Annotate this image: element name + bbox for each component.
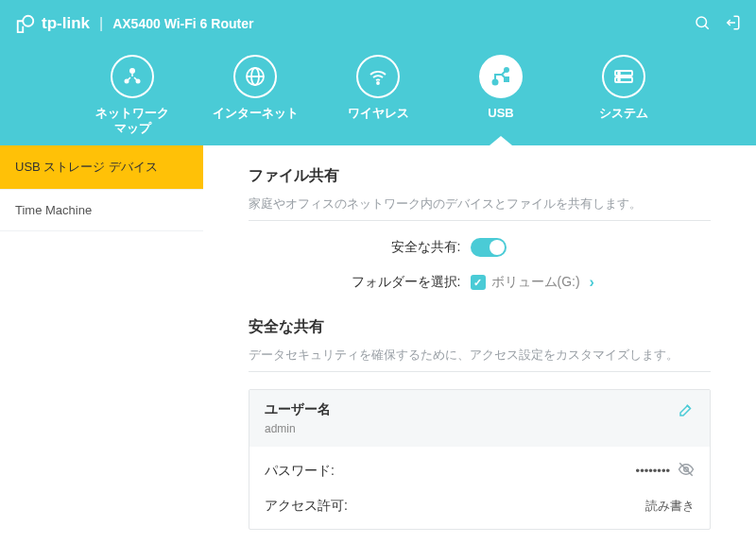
sidebar-item-time-machine[interactable]: Time Machine <box>0 190 203 231</box>
user-card: ユーザー名 admin パスワード: •••••••• <box>249 389 711 530</box>
sidebar: USB ストレージ デバイス Time Machine <box>0 145 203 543</box>
sidebar-item-usb-storage[interactable]: USB ストレージ デバイス <box>0 145 203 190</box>
svg-rect-13 <box>505 77 508 81</box>
eye-off-icon[interactable] <box>678 461 695 481</box>
system-icon <box>602 55 645 98</box>
main-panel: ファイル共有 家庭やオフィスのネットワーク内のデバイスとファイルを共有します。 … <box>203 145 756 543</box>
svg-point-0 <box>23 16 33 26</box>
folder-value: ボリューム(G:) <box>491 274 580 291</box>
permission-row: アクセス許可: 読み書き <box>265 489 695 523</box>
svg-point-11 <box>493 80 498 85</box>
nav-label: インターネット <box>213 106 299 121</box>
folder-select-label: フォルダーを選択: <box>319 274 471 291</box>
wifi-icon <box>356 55 400 98</box>
logout-icon[interactable] <box>724 14 741 34</box>
username-label: ユーザー名 <box>265 401 678 418</box>
secure-share-label: 安全な共有: <box>319 239 471 256</box>
nav-label: システム <box>599 106 648 121</box>
nav-system[interactable]: システム <box>576 55 671 145</box>
nav-label: ワイヤレス <box>348 106 409 121</box>
svg-point-12 <box>505 68 508 72</box>
nav-network-map[interactable]: ネットワークマップ <box>85 55 180 145</box>
sidebar-item-label: Time Machine <box>15 203 92 217</box>
secure-share-row: 安全な共有: <box>249 238 711 257</box>
chevron-right-icon[interactable]: › <box>590 274 594 291</box>
nav-wireless[interactable]: ワイヤレス <box>331 55 425 145</box>
folder-select-row: フォルダーを選択: ボリューム(G:) › <box>249 274 711 291</box>
svg-point-16 <box>618 73 620 75</box>
permission-label: アクセス許可: <box>265 498 416 515</box>
network-map-icon <box>111 55 154 98</box>
secure-sharing-desc: データセキュリティを確保するために、アクセス設定をカスタマイズします。 <box>249 347 711 364</box>
section-divider <box>249 371 711 372</box>
user-card-header: ユーザー名 admin <box>249 390 710 447</box>
folder-checkbox[interactable] <box>471 275 486 290</box>
globe-icon <box>233 55 277 98</box>
secure-share-toggle[interactable] <box>471 238 507 257</box>
sidebar-item-label: USB ストレージ デバイス <box>15 160 158 174</box>
user-card-body: パスワード: •••••••• アクセス許可: 読み <box>249 447 710 529</box>
search-icon[interactable] <box>694 14 711 34</box>
password-value: •••••••• <box>636 464 670 478</box>
password-row: パスワード: •••••••• <box>265 452 695 489</box>
model-text: AX5400 Wi-Fi 6 Router <box>112 16 253 31</box>
password-label: パスワード: <box>265 463 416 480</box>
permission-value: 読み書き <box>645 498 695 515</box>
tp-link-logo-icon <box>15 13 36 34</box>
header-divider: | <box>99 15 103 32</box>
username-value: admin <box>265 422 678 435</box>
nav-usb[interactable]: USB <box>454 55 548 145</box>
header-actions <box>694 14 741 34</box>
secure-sharing-title: 安全な共有 <box>249 317 711 337</box>
active-tab-arrow <box>490 136 512 145</box>
nav-internet[interactable]: インターネット <box>208 55 302 145</box>
edit-icon[interactable] <box>678 401 695 421</box>
app-header: tp-link | AX5400 Wi-Fi 6 Router ネットワークマッ… <box>0 0 756 145</box>
header-top-bar: tp-link | AX5400 Wi-Fi 6 Router <box>0 0 756 47</box>
primary-nav: ネットワークマップ インターネット ワイヤレス USB システム <box>0 47 756 145</box>
section-divider <box>249 220 711 221</box>
svg-point-10 <box>377 82 379 84</box>
file-sharing-title: ファイル共有 <box>249 166 711 186</box>
file-sharing-desc: 家庭やオフィスのネットワーク内のデバイスとファイルを共有します。 <box>249 195 711 212</box>
svg-point-17 <box>618 79 620 81</box>
svg-point-1 <box>696 17 707 27</box>
nav-label: ネットワークマップ <box>95 106 169 135</box>
nav-label: USB <box>488 106 513 121</box>
brand-logo[interactable]: tp-link <box>15 13 90 34</box>
brand-text: tp-link <box>42 14 90 33</box>
usb-icon <box>479 55 523 98</box>
svg-point-4 <box>129 68 135 74</box>
content-area: USB ストレージ デバイス Time Machine ファイル共有 家庭やオフ… <box>0 145 756 543</box>
svg-line-2 <box>705 25 709 29</box>
